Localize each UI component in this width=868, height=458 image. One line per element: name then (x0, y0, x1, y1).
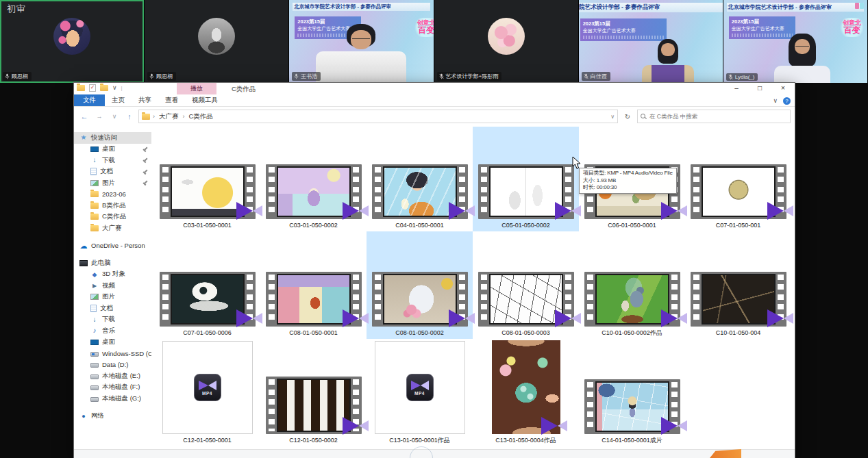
forward-button[interactable]: → (93, 113, 106, 120)
sidebar-item[interactable]: C类作品 (74, 212, 151, 223)
folder-icon (90, 225, 99, 231)
sidebar-item[interactable]: 本地磁盘 (G:) (74, 393, 151, 405)
mic-icon (439, 73, 444, 79)
contextual-tab-play[interactable]: 播放 (177, 83, 216, 94)
file-item[interactable]: C04-01-050-0001 (367, 127, 473, 231)
sidebar-item[interactable]: Windows-SSD (C: (74, 348, 151, 359)
file-item[interactable]: C12-01-050-0002 (260, 339, 367, 446)
video-thumbnail (266, 377, 362, 434)
participant-tile[interactable]: 北京城市学院艺术设计学部 - 参赛作品评审 2023第15届全国大学生广告艺术大… (723, 0, 868, 83)
sidebar-item[interactable]: 视频 (74, 280, 151, 292)
new-folder-icon[interactable] (100, 85, 108, 91)
file-item[interactable]: MP4 C12-01-050-0001 (154, 339, 260, 446)
participant-tile[interactable]: 艺术设计学部+陈彤雨 (434, 0, 579, 83)
tab-home[interactable]: 主页 (105, 94, 132, 106)
tab-file[interactable]: 文件 (74, 94, 105, 106)
file-item[interactable]: C03-01-050-0001 (154, 127, 260, 231)
banner-background: 北京城市学院艺术设计学部 - 参赛作品评审 2023第15届全国大学生广告艺术大… (579, 0, 723, 83)
refresh-icon[interactable]: ↻ (621, 113, 634, 120)
video-thumbnail (492, 340, 560, 434)
participant-name: 白佳霞 (591, 73, 607, 80)
folder-icon[interactable] (77, 85, 85, 91)
sidebar-item[interactable]: 3D 对象 (74, 269, 151, 281)
sidebar-item[interactable]: Data (D:) (74, 359, 151, 371)
file-item[interactable]: C08-01-050-0001 (260, 231, 367, 339)
maximize-button[interactable]: □ (748, 83, 771, 94)
breadcrumb-segment[interactable]: C类作品 (188, 112, 214, 121)
file-item[interactable]: C13-01-050-0004作品 (473, 339, 579, 446)
status-bar (74, 449, 795, 458)
sidebar-item[interactable]: 2023-06 (74, 189, 151, 201)
sidebar-item[interactable]: 文档 (74, 166, 151, 178)
sidebar-item[interactable]: 网络 (74, 411, 151, 422)
video-thumbnail (478, 272, 574, 327)
minimize-button[interactable]: – (725, 83, 748, 94)
sidebar-item[interactable]: 下载 (74, 314, 151, 326)
file-item[interactable]: C14-01-050-0001成片 (579, 339, 685, 446)
sidebar-item-label: 快速访问 (91, 133, 117, 142)
help-icon[interactable]: ? (783, 97, 791, 105)
sidebar-item[interactable]: 快速访问 (74, 132, 151, 144)
search-input[interactable] (648, 112, 787, 120)
play-overlay-icon (661, 309, 687, 328)
view-options-icon[interactable] (855, 3, 864, 9)
sidebar-item[interactable]: 下载 (74, 155, 151, 166)
back-button[interactable]: ← (78, 112, 90, 120)
file-item[interactable]: C08-01-050-0003 (473, 231, 579, 339)
properties-icon[interactable] (89, 84, 96, 92)
ribbon-expand-icon[interactable]: ∨ (773, 98, 778, 104)
file-item[interactable]: C10-01-050-0002作品 (579, 231, 685, 339)
sidebar-item[interactable]: 图片 (74, 177, 151, 189)
file-item[interactable]: C07-01-050-0006 (154, 231, 260, 339)
sidebar-item-label: 文档 (100, 167, 113, 176)
tab-video-tools[interactable]: 视频工具 (185, 94, 225, 106)
play-overlay-icon (343, 416, 369, 435)
mic-icon (149, 73, 154, 79)
file-item[interactable]: C08-01-050-0002 (367, 231, 473, 339)
close-button[interactable]: × (771, 83, 795, 94)
divider: | (121, 85, 123, 91)
sidebar-item[interactable]: OneDrive - Person (74, 240, 151, 252)
sidebar-item[interactable]: 桌面 (74, 144, 151, 155)
quick-access-toolbar: ∨ | (77, 84, 123, 92)
sidebar-item[interactable]: 图片 (74, 292, 151, 303)
tab-view[interactable]: 查看 (158, 94, 185, 106)
qat-dropdown-icon[interactable]: ∨ (112, 85, 117, 91)
sidebar-item[interactable]: 音乐 (74, 325, 151, 337)
video-thumbnail: MP4 (162, 341, 253, 434)
video-thumbnail (691, 164, 786, 219)
sidebar-item-label: 音乐 (102, 327, 115, 335)
sidebar-item[interactable]: B类作品 (74, 200, 151, 212)
file-item[interactable]: C05-01-050-0002 (473, 127, 579, 231)
sidebar-item[interactable]: 此电脑 (74, 257, 151, 269)
sidebar-item[interactable]: 桌面 (74, 337, 151, 348)
sidebar-item[interactable]: 本地磁盘 (F:) (74, 382, 151, 394)
up-button[interactable]: ↑ (123, 112, 136, 120)
banner-contest-box: 2023第15届全国大学生广告艺术大赛 (580, 18, 667, 41)
sidebar-item[interactable]: 文档 (74, 303, 151, 314)
breadcrumb[interactable]: › 大广赛 › C类作品 ∨ (138, 110, 618, 123)
file-item[interactable]: C03-01-050-0002 (260, 127, 367, 231)
mic-icon (584, 73, 588, 79)
participant-tile[interactable]: 顾思桐 (145, 0, 289, 83)
pin-icon (141, 145, 149, 153)
file-item[interactable]: C10-01-050-004 (685, 231, 791, 339)
address-dropdown-icon[interactable]: ∨ (610, 114, 615, 120)
recent-locations-icon[interactable]: ∨ (108, 113, 121, 120)
breadcrumb-segment[interactable]: 大广赛 (158, 112, 180, 121)
file-item[interactable]: C07-01-050-001 (685, 127, 791, 231)
sidebar-item[interactable]: 本地磁盘 (E:) (74, 370, 151, 382)
file-name: C12-01-050-0002 (289, 436, 338, 444)
avatar (53, 18, 90, 55)
participant-tile[interactable]: 北京城市学院艺术设计学部 - 参赛作品评审 2023第15届全国大学生广告艺术大… (579, 0, 723, 83)
files-grid: C03-01-050-0001 C03-01-050-0002 C04-01-0… (154, 127, 791, 446)
sidebar-item-label: 大广赛 (102, 224, 122, 233)
file-name: C05-01-050-0002 (501, 221, 550, 229)
window-title: C类作品 (232, 83, 256, 94)
tab-share[interactable]: 共享 (132, 94, 158, 106)
play-overlay-icon (555, 309, 581, 328)
file-item[interactable]: MP4 C13-01-050-0001作品 (367, 339, 473, 446)
sidebar-item[interactable]: 大广赛 (74, 222, 151, 234)
pin-icon (141, 179, 149, 187)
participant-tile[interactable]: 北京城市学院艺术设计学部 - 参赛作品评审 2023第15届全国大学生广告艺术大… (289, 0, 434, 83)
